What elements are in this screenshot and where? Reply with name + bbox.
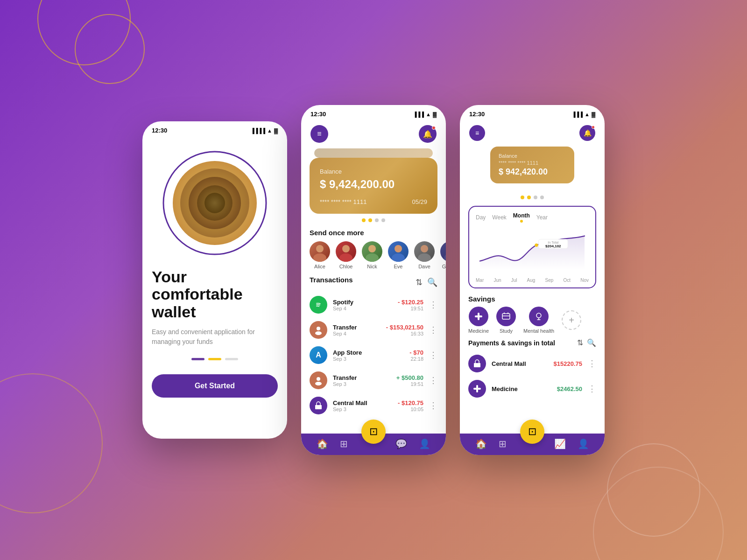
transfer1-logo <box>310 321 327 339</box>
indicator-1 <box>362 218 366 222</box>
saving-medicine[interactable]: Medicine <box>468 307 489 334</box>
home-nav-3[interactable]: 🏠 <box>475 438 487 449</box>
balance-label: Balance <box>320 168 427 175</box>
svg-point-21 <box>317 327 320 330</box>
chart-tab-week[interactable]: Week <box>492 214 506 221</box>
chat-nav[interactable]: 💬 <box>395 438 407 449</box>
transfer1-date: Sep 4 <box>333 331 381 336</box>
svg-rect-38 <box>473 388 481 390</box>
central-mall-info: Central Mall Sep 3 <box>333 399 392 412</box>
spending-chart: Day Week Month Year In Total $204,102 <box>468 206 596 288</box>
profile-nav-3[interactable]: 👤 <box>578 438 589 449</box>
contact-chloe[interactable]: Chloe <box>336 241 356 269</box>
transfer1-amount-col: - $153,021.50 16:33 <box>386 324 423 336</box>
phone1-title: Your comfortable wallet <box>152 268 278 321</box>
appstore-info: App Store Sep 3 <box>333 349 404 362</box>
indicator-3 <box>375 218 379 222</box>
saving-mental-health[interactable]: Mental health <box>523 307 554 334</box>
transfer1-more[interactable]: ⋮ <box>429 325 437 335</box>
spotify-more[interactable]: ⋮ <box>429 300 437 310</box>
chart-tab-year[interactable]: Year <box>536 214 548 221</box>
wifi-icon-3: ▲ <box>585 112 590 117</box>
transaction-spotify: Spotify Sep 4 - $120.25 19:51 ⋮ <box>301 292 446 317</box>
mental-health-icon-circle <box>529 307 549 326</box>
svg-point-12 <box>395 245 402 252</box>
contact-george[interactable]: George <box>440 241 446 269</box>
grid-nav[interactable]: ⊞ <box>340 438 348 449</box>
search-icon[interactable]: 🔍 <box>427 277 437 287</box>
appstore-time: 22:18 <box>409 356 423 362</box>
savings-icons: Medicine Study Mental health + <box>468 307 596 334</box>
appstore-amount-col: - $70 22:18 <box>409 349 423 362</box>
transfer1-time: 16:33 <box>386 331 423 336</box>
svg-point-7 <box>313 253 326 262</box>
transfer2-date: Sep 3 <box>333 381 391 387</box>
signal-icon: ▐▐▐▐ <box>251 128 265 133</box>
phone3-header: ≡ 🔔 <box>460 121 605 147</box>
get-started-button[interactable]: Get Started <box>152 374 278 398</box>
transaction-transfer1: Transfer Sep 4 - $153,021.50 16:33 ⋮ <box>301 317 446 343</box>
contact-eve[interactable]: Eve <box>388 241 409 269</box>
wifi-icon-2: ▲ <box>426 112 431 117</box>
svg-point-17 <box>444 253 446 262</box>
phone1-content: Your comfortable wallet Easy and conveni… <box>142 138 287 402</box>
svg-point-26 <box>535 244 538 247</box>
spotify-amount: - $120.25 <box>398 299 423 306</box>
card-number: **** **** **** 1111 <box>320 198 366 205</box>
transfer1-amount: - $153,021.50 <box>386 324 423 331</box>
central-mall-more-3[interactable]: ⋮ <box>588 358 596 369</box>
central-mall-more[interactable]: ⋮ <box>429 400 437 411</box>
svg-rect-31 <box>475 315 482 317</box>
payments-action-icons: ⇅ 🔍 <box>577 338 596 347</box>
contact-alice[interactable]: Alice <box>310 241 330 269</box>
appstore-more[interactable]: ⋮ <box>429 350 437 360</box>
saving-study[interactable]: Study <box>496 307 516 334</box>
profile-nav[interactable]: 👤 <box>419 438 430 449</box>
study-label: Study <box>500 328 513 334</box>
chart-tabs: Day Week Month Year <box>476 212 589 223</box>
deco-circle-4 <box>607 443 700 537</box>
scan-button-3[interactable]: ⊡ <box>520 420 544 444</box>
notification-button[interactable]: 🔔 <box>419 125 437 143</box>
contact-dave[interactable]: Dave <box>414 241 435 269</box>
scan-button[interactable]: ⊡ <box>361 420 386 444</box>
menu-button[interactable]: ≡ <box>310 125 328 143</box>
spotify-name: Spotify <box>333 299 392 306</box>
status-bar-2: 12:30 ▐▐▐ ▲ ▓ <box>301 105 446 121</box>
contact-name-chloe: Chloe <box>339 264 353 269</box>
balance-sm-amount: $ 942,420.00 <box>499 167 566 177</box>
transfer2-info: Transfer Sep 3 <box>333 374 391 387</box>
transfer1-info: Transfer Sep 4 <box>333 324 381 336</box>
sort-icon[interactable]: ⇅ <box>416 277 423 287</box>
medicine-icon-circle <box>469 307 488 326</box>
contact-name-nick: Nick <box>367 264 377 269</box>
transfer2-more[interactable]: ⋮ <box>429 375 437 385</box>
add-saving-button[interactable]: + <box>562 310 581 330</box>
spotify-amount-col: - $120.25 19:51 <box>398 299 423 311</box>
battery-icon-3: ▓ <box>592 112 595 117</box>
chart-tab-day[interactable]: Day <box>476 214 486 221</box>
month-mar: Mar <box>476 278 484 283</box>
signal-icons-3: ▐▐▐ ▲ ▓ <box>572 112 595 117</box>
central-mall-logo-3 <box>468 355 486 372</box>
transactions-header: Transactions ⇅ 🔍 <box>301 276 446 288</box>
payments-search-icon[interactable]: 🔍 <box>587 338 596 347</box>
chart-tab-month[interactable]: Month <box>513 212 530 223</box>
contact-name-eve: Eve <box>394 264 403 269</box>
transaction-action-icons: ⇅ 🔍 <box>416 277 437 287</box>
grid-nav-3[interactable]: ⊞ <box>499 438 507 449</box>
home-nav[interactable]: 🏠 <box>317 438 328 449</box>
notification-button-3[interactable]: 🔔 <box>579 125 595 141</box>
payments-sort-icon[interactable]: ⇅ <box>577 338 583 347</box>
battery-icon: ▓ <box>274 128 278 133</box>
contacts-row: Alice Chloe Nick Eve Dave <box>301 241 446 269</box>
menu-button-3[interactable]: ≡ <box>469 125 485 141</box>
svg-rect-25 <box>315 405 322 409</box>
medicine-name-3: Medicine <box>492 385 551 392</box>
contact-nick[interactable]: Nick <box>362 241 382 269</box>
time-3: 12:30 <box>469 111 485 118</box>
svg-text:$204,102: $204,102 <box>545 244 561 248</box>
svg-rect-36 <box>474 363 480 367</box>
chart-nav-3[interactable]: 📈 <box>554 438 566 449</box>
medicine-more-3[interactable]: ⋮ <box>588 384 596 394</box>
